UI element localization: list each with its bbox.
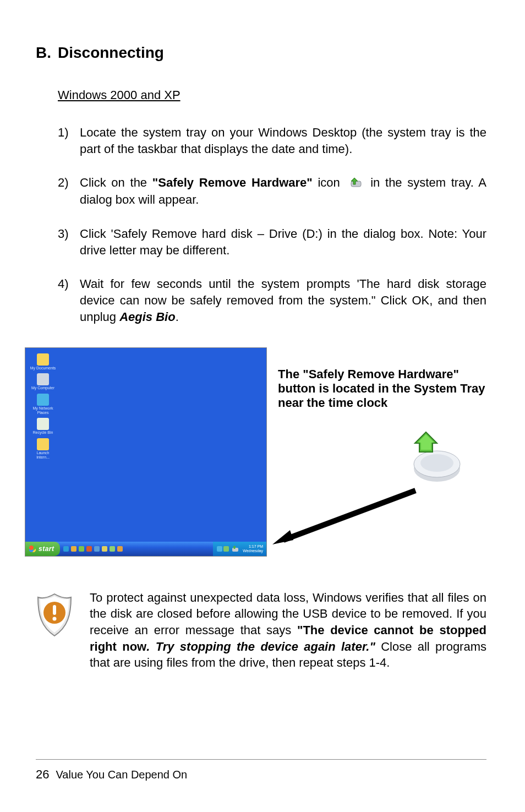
note-block: To protect against unexpected data loss,… [36,590,486,671]
desktop-icon-label: Launch Intern... [30,451,56,459]
svg-marker-6 [272,530,293,544]
section-letter: B. [36,44,58,62]
system-tray: 1:17 PM Wednesday [213,542,266,556]
page-footer: 26 Value You Can Depend On [36,759,486,782]
desktop-icon-image [37,353,49,366]
safely-remove-hardware-icon [348,176,363,192]
quick-launch-icon[interactable] [86,546,92,552]
safely-remove-hardware-icon[interactable] [231,545,239,553]
desktop-icon-label: My Documents [30,366,56,370]
section-title: Disconnecting [58,44,164,61]
quick-launch [63,546,123,552]
step-text: icon [313,176,346,189]
arrow-icon [272,485,426,551]
quick-launch-icon[interactable] [110,546,115,552]
quick-launch-icon[interactable] [63,546,69,552]
svg-point-9 [53,617,57,620]
step-body: Click on the "Safely Remove Hardware" ic… [80,175,486,208]
step-body: Locate the system tray on your Windows D… [80,124,486,157]
step-body: Wait for few seconds until the system pr… [80,276,486,325]
subheading: Windows 2000 and XP [58,88,486,102]
desktop-icon[interactable]: Launch Intern... [30,438,56,459]
caption-line: button is located in the System Tray [278,382,486,396]
desktop-icon-label: My Computer [31,386,54,390]
step-text: Locate the system tray on your Windows D… [80,126,486,156]
caption-line: near the time clock [278,396,486,410]
quick-launch-icon[interactable] [117,546,123,552]
xp-taskbar: start 1:17 PM Wednesday [25,542,266,556]
desktop-icon[interactable]: My Network Places [30,394,56,415]
step-item: 4) Wait for few seconds until the system… [58,276,486,325]
svg-line-5 [283,491,415,540]
step-item: 1) Locate the system tray on your Window… [58,124,486,157]
quick-launch-icon[interactable] [79,546,84,552]
page-number: 26 [36,767,49,782]
safely-remove-hardware-icon-large [398,430,464,487]
caption-line: The "Safely Remove Hardware" [278,367,486,382]
step-number: 4) [58,276,80,325]
figure-annotation: The "Safely Remove Hardware" button is l… [278,347,486,557]
svg-point-4 [420,454,453,472]
desktop-icon[interactable]: Recycle Bin [30,418,56,435]
footer-tagline: Value You Can Depend On [56,769,187,781]
tray-icon[interactable] [217,546,222,552]
svg-rect-8 [53,605,56,615]
tray-icon[interactable] [223,546,229,552]
note-bolditalic: . Try stopping the device again later." [146,640,375,653]
desktop-icon[interactable]: My Computer [30,373,56,390]
desktop-icon-image [37,394,49,406]
section-heading: B.Disconnecting [36,44,486,62]
desktop-icon-label: Recycle Bin [33,430,53,435]
step-item: 2) Click on the "Safely Remove Hardware"… [58,175,486,208]
start-button[interactable]: start [25,542,60,556]
quick-launch-icon[interactable] [102,546,107,552]
step-item: 3) Click 'Safely Remove hard disk – Driv… [58,226,486,258]
desktop-icon-image [37,418,49,430]
step-bold: "Safely Remove Hardware" [152,176,313,189]
warning-shield-icon [36,593,73,637]
step-bolditalic: Aegis Bio [119,310,175,324]
step-number: 3) [58,226,80,258]
desktop-icon[interactable]: My Documents [30,353,56,370]
xp-desktop-screenshot: My DocumentsMy ComputerMy Network Places… [25,347,267,557]
quick-launch-icon[interactable] [71,546,76,552]
start-label: start [39,545,54,553]
desktop-icon-image [37,438,49,450]
desktop-icon-image [37,373,49,385]
figure: My DocumentsMy ComputerMy Network Places… [25,347,486,557]
clock-day: Wednesday [243,549,263,553]
step-list: 1) Locate the system tray on your Window… [58,124,486,325]
step-body: Click 'Safely Remove hard disk – Drive (… [80,226,486,258]
system-clock: 1:17 PM Wednesday [243,544,263,553]
desktop-icon-label: My Network Places [30,406,56,415]
step-text: . [176,310,179,324]
step-text: Click on the [80,176,152,189]
step-number: 1) [58,124,80,157]
figure-caption: The "Safely Remove Hardware" button is l… [278,367,486,411]
clock-time: 1:17 PM [243,544,263,549]
quick-launch-icon[interactable] [94,546,100,552]
svg-rect-0 [351,181,361,187]
step-number: 2) [58,175,80,208]
note-text: To protect against unexpected data loss,… [90,590,486,671]
step-text: Click 'Safely Remove hard disk – Drive (… [80,227,486,257]
